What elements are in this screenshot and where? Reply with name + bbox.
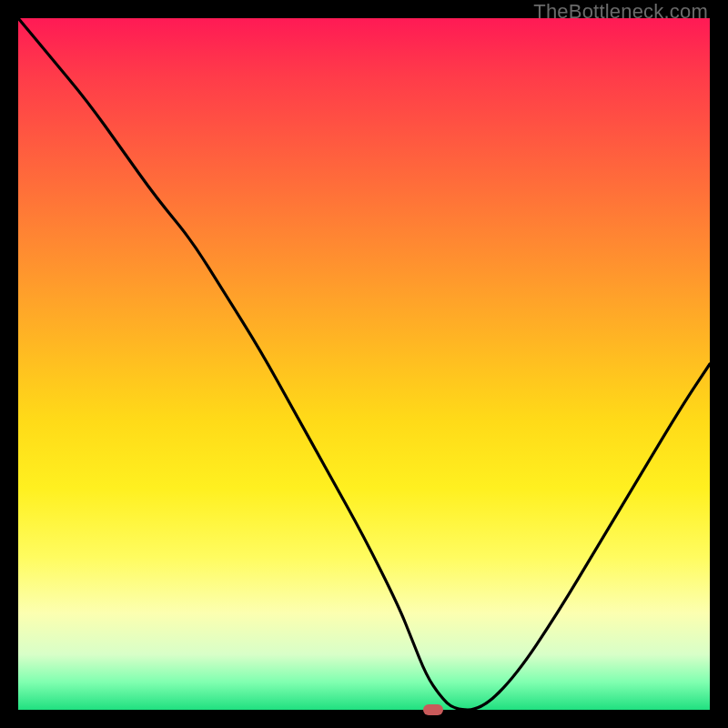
chart-frame: TheBottleneck.com [0,0,728,728]
bottleneck-curve [18,18,710,710]
plot-area [18,18,710,710]
watermark-text: TheBottleneck.com [533,0,708,24]
optimal-marker [423,704,443,715]
